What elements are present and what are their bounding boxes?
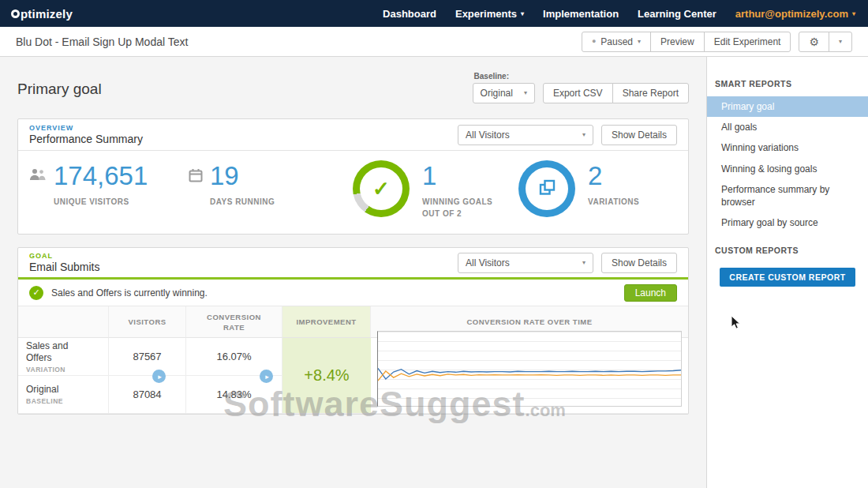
overview-segment-value: All Visitors bbox=[466, 130, 510, 141]
header-visitors: VISITORS bbox=[109, 306, 186, 338]
settings-button[interactable]: ⚙ bbox=[799, 32, 829, 52]
account-menu[interactable]: arthur@optimizely.com▾ bbox=[735, 8, 855, 20]
overview-card-header: OVERVIEW Performance Summary All Visitor… bbox=[18, 119, 688, 151]
export-share-group: Export CSV Share Report bbox=[543, 83, 689, 103]
variation-name: Sales and Offers bbox=[26, 340, 84, 364]
overview-segment-select[interactable]: All Visitors ▾ bbox=[458, 125, 593, 145]
nav-dashboard-label: Dashboard bbox=[383, 8, 436, 20]
unique-visitors-label: UNIQUE VISITORS bbox=[54, 196, 140, 208]
sidebar-item-all-goals[interactable]: All goals bbox=[707, 117, 868, 137]
chevron-down-icon: ▾ bbox=[582, 260, 586, 266]
preview-label: Preview bbox=[660, 36, 694, 47]
goal-show-details-button[interactable]: Show Details bbox=[601, 253, 677, 273]
check-circle-icon: ✓ bbox=[29, 286, 43, 300]
nav-dashboard[interactable]: Dashboard bbox=[383, 8, 436, 20]
paused-label: Paused bbox=[600, 36, 633, 47]
launch-button[interactable]: Launch bbox=[624, 284, 677, 302]
baseline-name: Original bbox=[26, 384, 58, 396]
report-controls: Baseline: Original ▾ Export CSV Share Re… bbox=[473, 83, 689, 103]
variation-visitors-cell: 87567 bbox=[109, 338, 186, 376]
stat-days-running: 19 DAYS RUNNING bbox=[189, 162, 353, 208]
variations-donut-inner bbox=[526, 167, 568, 210]
nav-implementation[interactable]: Implementation bbox=[543, 8, 619, 20]
sidebar-item-winning-losing-goals[interactable]: Winning & losing goals bbox=[707, 159, 868, 179]
settings-menu-button[interactable]: ▾ bbox=[829, 32, 852, 52]
export-csv-button[interactable]: Export CSV bbox=[543, 83, 613, 103]
conversion-chart-cell bbox=[371, 338, 688, 414]
play-icon: ▸ bbox=[158, 373, 162, 381]
preview-button[interactable]: Preview bbox=[650, 32, 705, 52]
header-conversion-rate: CONVERSION RATE bbox=[186, 306, 282, 338]
logo-o-icon bbox=[11, 9, 20, 18]
goal-segment-select[interactable]: All Visitors ▾ bbox=[458, 253, 593, 273]
overview-controls: All Visitors ▾ Show Details bbox=[458, 125, 677, 145]
chevron-down-icon: ▾ bbox=[638, 39, 641, 45]
goal-title: Email Submits bbox=[29, 261, 99, 273]
chevron-down-icon: ▾ bbox=[521, 11, 524, 17]
sidebar-item-performance-by-browser[interactable]: Performance summary by browser bbox=[707, 179, 868, 212]
overview-heading: OVERVIEW Performance Summary bbox=[29, 124, 143, 145]
top-nav-links: Dashboard Experiments▾ Implementation Le… bbox=[383, 8, 868, 20]
calendar-icon bbox=[189, 168, 203, 208]
table-row-baseline-name: Original BASELINE bbox=[18, 376, 109, 414]
header-improvement: IMPROVEMENT bbox=[282, 306, 371, 338]
nav-experiments-label: Experiments bbox=[455, 8, 517, 20]
goal-card-header: GOAL Email Submits All Visitors ▾ Show D… bbox=[18, 248, 688, 280]
people-icon bbox=[29, 168, 47, 208]
sidebar-item-winning-variations[interactable]: Winning variations bbox=[707, 137, 868, 158]
overview-stats: 174,651 UNIQUE VISITORS 19 DAYS RUNNING bbox=[18, 151, 688, 234]
days-running-value: 19 bbox=[210, 162, 275, 190]
gear-icon: ⚙ bbox=[809, 36, 819, 47]
create-custom-report-button[interactable]: CREATE CUSTOM REPORT bbox=[720, 268, 855, 287]
winning-goals-label: WINNING GOALS OUT OF 2 bbox=[422, 196, 509, 220]
chevron-down-icon: ▾ bbox=[524, 90, 527, 96]
launch-label: Launch bbox=[635, 287, 666, 298]
baseline-select[interactable]: Original ▾ bbox=[473, 83, 535, 103]
goal-heading: GOAL Email Submits bbox=[29, 252, 99, 273]
sidebar-item-primary-goal-by-source[interactable]: Primary goal by source bbox=[707, 212, 868, 233]
chevron-down-icon: ▾ bbox=[852, 11, 855, 17]
optimizely-logo[interactable]: ptimizely bbox=[0, 7, 84, 21]
share-report-label: Share Report bbox=[623, 88, 679, 99]
unique-visitors-value: 174,651 bbox=[54, 162, 148, 190]
winning-message: Sales and Offers is currently winning. bbox=[51, 287, 208, 298]
share-report-button[interactable]: Share Report bbox=[612, 83, 689, 103]
variation-tag: VARIATION bbox=[26, 366, 65, 374]
chevron-down-icon: ▾ bbox=[582, 132, 586, 138]
report-main: Primary goal Baseline: Original ▾ Export… bbox=[0, 57, 706, 488]
sidebar-item-primary-goal[interactable]: Primary goal bbox=[707, 96, 868, 117]
paused-status-button[interactable]: ● Paused ▾ bbox=[582, 32, 651, 52]
page-title: Primary goal bbox=[17, 81, 102, 98]
experiment-title: Blu Dot - Email Sign Up Modal Text bbox=[0, 36, 188, 48]
variations-label: VARIATIONS bbox=[588, 196, 639, 208]
experiment-action-group: ● Paused ▾ Preview Edit Experiment bbox=[582, 32, 791, 52]
goal-eyebrow: GOAL bbox=[29, 252, 99, 260]
nav-learning-center-label: Learning Center bbox=[638, 8, 716, 20]
nav-experiments[interactable]: Experiments▾ bbox=[455, 8, 524, 20]
play-icon: ▸ bbox=[265, 373, 269, 381]
brand-text: ptimizely bbox=[21, 7, 73, 21]
export-csv-label: Export CSV bbox=[553, 88, 603, 99]
edit-experiment-button[interactable]: Edit Experiment bbox=[704, 32, 791, 52]
smart-reports-heading: SMART REPORTS bbox=[707, 79, 868, 96]
top-nav: ptimizely Dashboard Experiments▾ Impleme… bbox=[0, 0, 868, 27]
custom-reports-heading: CUSTOM REPORTS bbox=[707, 233, 868, 263]
stat-unique-visitors: 174,651 UNIQUE VISITORS bbox=[29, 162, 189, 208]
nav-implementation-label: Implementation bbox=[543, 8, 619, 20]
conversion-chart bbox=[378, 332, 681, 406]
winning-goals-donut: ✓ bbox=[353, 160, 410, 217]
variations-donut bbox=[518, 160, 575, 217]
overview-title: Performance Summary bbox=[29, 133, 143, 145]
baseline-value: Original bbox=[481, 88, 513, 99]
header-variation bbox=[18, 306, 109, 338]
improvement-cell: +8.4% bbox=[282, 338, 371, 414]
goal-controls: All Visitors ▾ Show Details bbox=[458, 253, 677, 273]
table-row-variation-name: Sales and Offers VARIATION bbox=[18, 338, 109, 376]
nav-learning-center[interactable]: Learning Center bbox=[638, 8, 716, 20]
chevron-down-icon: ▾ bbox=[839, 39, 842, 45]
account-email-label: arthur@optimizely.com bbox=[735, 8, 848, 20]
check-icon: ✓ bbox=[32, 287, 39, 298]
overview-show-details-button[interactable]: Show Details bbox=[601, 125, 677, 145]
performance-summary-card: OVERVIEW Performance Summary All Visitor… bbox=[17, 118, 689, 235]
winning-goals-donut-inner: ✓ bbox=[360, 167, 402, 210]
